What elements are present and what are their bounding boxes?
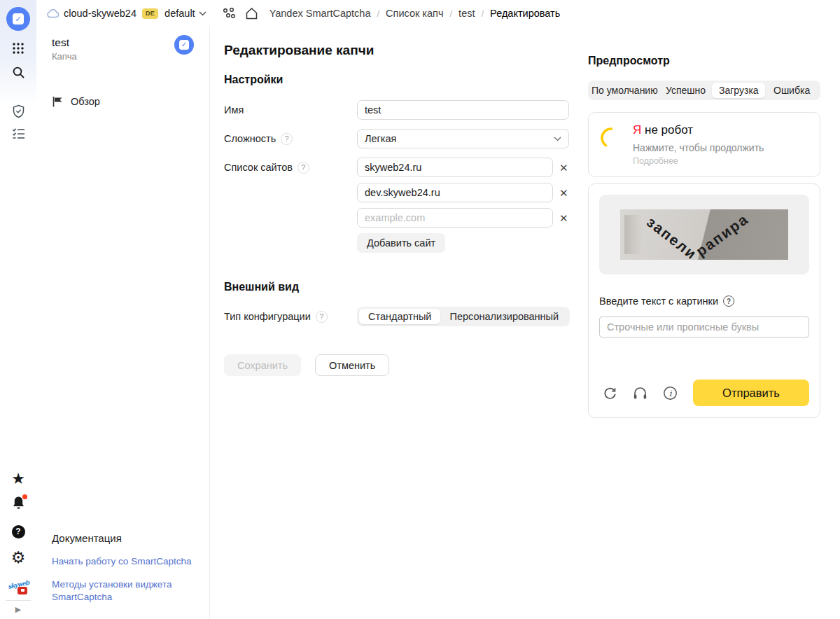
breadcrumb-captcha[interactable]: test [458, 8, 475, 19]
sidebar-item-label: Обзор [71, 96, 100, 107]
captcha-service-badge: ✓ [174, 35, 194, 55]
yandex-cloud-logo[interactable]: ✓ [0, 7, 36, 31]
notifications-bell-icon[interactable] [0, 496, 36, 513]
config-option-personalized[interactable]: Персонализированный [440, 309, 568, 324]
breadcrumb-current: Редактировать [490, 8, 560, 19]
remove-site-icon[interactable]: ✕ [559, 162, 568, 173]
captcha-input-label: Введите текст с картинки ? [599, 295, 809, 307]
cloud-name[interactable]: cloud-skyweb24 [64, 8, 136, 19]
captcha-image-panel: запели рапира [599, 195, 809, 274]
sites-help-icon[interactable]: ? [298, 162, 309, 174]
breadcrumb-service[interactable]: Yandex SmartCaptcha [270, 8, 371, 19]
captcha-image: запели рапира [620, 209, 788, 260]
shield-check-icon[interactable] [0, 104, 36, 119]
widget-title: Я не робот [633, 123, 764, 137]
operations-list-icon[interactable] [0, 126, 36, 141]
skyweb-account-logo[interactable]: skyweb [0, 577, 36, 598]
difficulty-select[interactable]: Легкая [357, 129, 569, 148]
resource-type: Капча [52, 51, 195, 62]
tab-loading[interactable]: Загрузка [712, 83, 765, 98]
site-input-3[interactable] [357, 208, 553, 228]
difficulty-label: Сложность ? [224, 133, 357, 145]
search-icon[interactable] [0, 64, 36, 80]
services-cluster-icon[interactable] [222, 7, 236, 20]
settings-gear-icon[interactable]: ⚙ [0, 549, 36, 566]
docs-heading: Документация [52, 532, 197, 544]
captcha-answer-input[interactable] [599, 317, 809, 338]
preview-heading: Предпросмотр [588, 55, 820, 67]
services-grid-icon[interactable] [0, 41, 36, 56]
audio-captcha-icon[interactable] [633, 387, 648, 400]
tab-default[interactable]: По умолчанию [590, 83, 659, 98]
top-header: cloud-skyweb24 DE default Yandex SmartCa… [36, 0, 840, 27]
widget-more-link[interactable]: Подробнее [633, 156, 764, 166]
tab-error[interactable]: Ошибка [765, 83, 818, 98]
save-button[interactable]: Сохранить [224, 354, 301, 376]
icon-rail: ✓ ★ [0, 0, 36, 619]
flag-icon [52, 96, 64, 107]
chevron-down-icon [554, 137, 561, 141]
info-icon[interactable]: i [663, 386, 678, 401]
home-icon[interactable] [245, 7, 258, 20]
notification-dot [22, 494, 27, 499]
config-option-standard[interactable]: Стандартный [359, 309, 440, 324]
sites-label: Список сайтов ? [224, 162, 357, 174]
preview-panel: Предпросмотр По умолчанию Успешно Загруз… [588, 27, 820, 418]
remove-site-icon[interactable]: ✕ [559, 213, 568, 223]
cancel-button[interactable]: Отменить [315, 354, 389, 376]
tab-success[interactable]: Успешно [659, 83, 713, 98]
favorites-star-icon[interactable]: ★ [0, 471, 36, 487]
captcha-help-icon[interactable]: ? [723, 295, 734, 307]
loading-spinner-icon [599, 126, 623, 150]
help-icon[interactable]: ? [0, 524, 36, 539]
logo-check-icon: ✓ [13, 13, 24, 25]
badge-check-icon: ✓ [179, 40, 189, 50]
config-type-segmented: Стандартный Персонализированный [357, 307, 570, 326]
captcha-word-1: запели [643, 214, 700, 260]
name-label: Имя [224, 104, 357, 116]
difficulty-value: Легкая [365, 133, 396, 144]
captcha-submit-button[interactable]: Отправить [693, 380, 809, 406]
remove-site-icon[interactable]: ✕ [559, 188, 568, 198]
resource-sidebar: test Капча ✓ Обзор Документация Начать р… [36, 27, 210, 619]
site-input-1[interactable] [357, 158, 553, 177]
rail-divider [6, 600, 31, 601]
cloud-icon [46, 8, 59, 18]
environment-badge[interactable]: DE [142, 8, 158, 19]
captcha-widget-preview: Я не робот Нажмите, чтобы продолжить Под… [588, 112, 820, 177]
sidebar-item-overview[interactable]: Обзор [36, 90, 209, 113]
widget-subtitle: Нажмите, чтобы продолжить [633, 142, 764, 153]
refresh-icon[interactable] [603, 386, 617, 401]
config-type-label: Тип конфигурации ? [224, 311, 357, 323]
documentation-block: Документация Начать работу со SmartCaptc… [52, 532, 197, 604]
expand-sidebar-button[interactable]: ▶ [0, 604, 36, 615]
captcha-word-2: рапира [693, 211, 752, 260]
config-type-help-icon[interactable]: ? [316, 311, 328, 323]
doc-link-widget-install[interactable]: Методы установки виджета SmartCaptcha [52, 578, 197, 604]
breadcrumb: Yandex SmartCaptcha / Список капч / test… [270, 8, 561, 19]
svg-text:i: i [669, 388, 673, 398]
add-site-button[interactable]: Добавить сайт [357, 233, 445, 253]
captcha-challenge-preview: запели рапира Введите текст с картинки ? [588, 183, 820, 418]
folder-name[interactable]: default [164, 8, 195, 19]
site-input-2[interactable] [357, 183, 553, 202]
difficulty-help-icon[interactable]: ? [281, 133, 293, 145]
doc-link-getting-started[interactable]: Начать работу со SmartCaptcha [52, 555, 197, 568]
name-input[interactable] [357, 100, 569, 120]
preview-state-tabs: По умолчанию Успешно Загрузка Ошибка [588, 81, 820, 100]
breadcrumb-captcha-list[interactable]: Список капч [386, 8, 443, 19]
chevron-down-icon[interactable] [199, 11, 206, 16]
